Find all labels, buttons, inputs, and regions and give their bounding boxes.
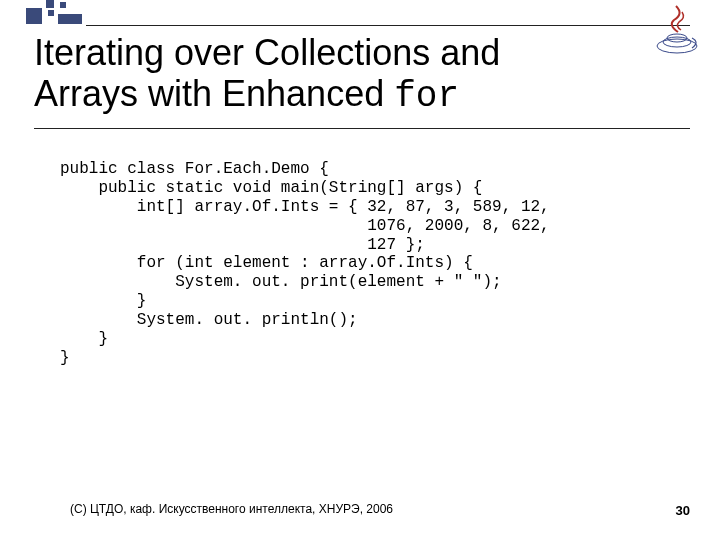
top-rule: [86, 25, 690, 26]
title-rule: [34, 128, 690, 129]
code-block: public class For.Each.Demo { public stat…: [60, 160, 700, 368]
java-logo-icon: [652, 0, 702, 60]
title-line2-prefix: Arrays with Enhanced: [34, 73, 394, 114]
title-keyword: for: [394, 76, 459, 117]
title-line1: Iterating over Collections and: [34, 32, 500, 73]
slide-title: Iterating over Collections and Arrays wi…: [34, 32, 620, 118]
footer-text: (C) ЦТДО, каф. Искусственного интеллекта…: [70, 502, 393, 516]
page-number: 30: [676, 503, 690, 518]
